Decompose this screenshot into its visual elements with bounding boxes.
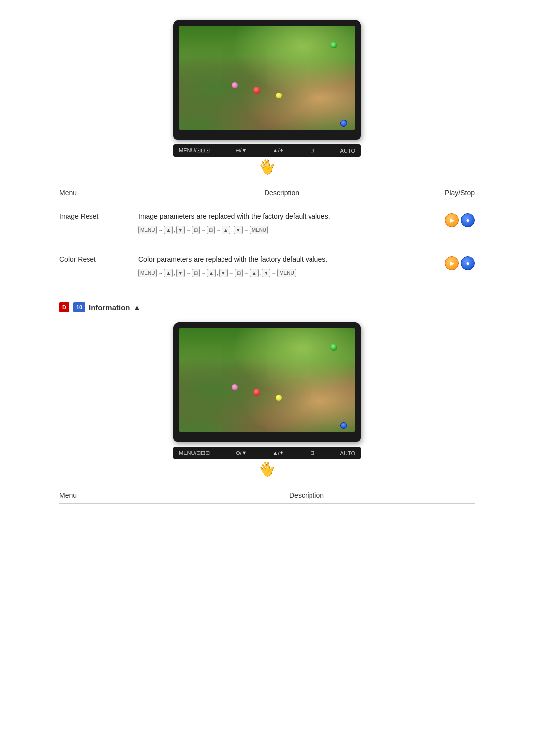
feature-table: Menu Description Play/Stop Image Reset I… xyxy=(59,185,475,287)
control-up-bright: ▲/✦ xyxy=(273,147,284,154)
desc-text-color-reset: Color parameters are replaced with the f… xyxy=(138,254,425,265)
monitor-screen-2 xyxy=(179,328,355,432)
col-header-menu: Menu xyxy=(59,189,138,197)
menu-item-color-reset: Color Reset xyxy=(59,254,138,263)
control-auto-2: AUTO xyxy=(340,450,355,456)
control-input-2: ⊡ xyxy=(310,450,314,456)
monitor-body-2 xyxy=(173,322,361,442)
balloon-green-1 xyxy=(330,42,337,48)
play-button-image-reset[interactable]: ▶ xyxy=(445,213,459,227)
col-header-description: Description xyxy=(138,189,425,197)
path-key-menu-end-2: MENU xyxy=(277,269,296,277)
control-bar-1: MENU/⊡⊡⊡ ⊕/▼ ▲/✦ ⊡ AUTO xyxy=(173,144,361,157)
table-row-color-reset: Color Reset Color parameters are replace… xyxy=(59,244,475,287)
path-key-down-1: ▼ xyxy=(176,226,185,234)
monitor-screen-1 xyxy=(179,26,355,130)
path-key-up-1b: ▲ xyxy=(222,226,230,234)
path-key-down-2b: ▼ xyxy=(219,269,228,277)
bottom-col-header-menu: Menu xyxy=(59,491,138,499)
information-section: D 10 Information ▲ xyxy=(59,302,475,312)
control-adjust-2: ⊕/▼ xyxy=(236,450,247,456)
table-row-image-reset: Image Reset Image parameters are replace… xyxy=(59,201,475,244)
path-key-menu-1: MENU xyxy=(138,226,157,234)
path-key-enter-1a: ⊡ xyxy=(192,226,200,234)
information-label: Information xyxy=(89,303,130,312)
stop-button-color-reset[interactable]: ● xyxy=(461,256,475,270)
hand-cursor-wrapper-1: 🖐 xyxy=(30,159,504,175)
hand-cursor-icon-1: 🖐 xyxy=(256,156,278,178)
hand-cursor-icon-2: 🖐 xyxy=(256,459,278,480)
balloon-yellow-2 xyxy=(276,395,282,401)
info-icon-red: D xyxy=(59,302,69,312)
power-indicator-2 xyxy=(340,422,347,429)
control-up-bright-2: ▲/✦ xyxy=(273,450,284,456)
balloon-red-2 xyxy=(253,389,260,396)
desc-text-image-reset: Image parameters are replaced with the f… xyxy=(138,211,425,222)
path-key-up-2c: ▲ xyxy=(250,269,259,277)
menu-item-image-reset: Image Reset xyxy=(59,211,138,220)
desc-path-color-reset: MENU → ▲ , ▼ → ⊡ → ▲ , ▼ → ⊡ → ▲ , ▼ xyxy=(138,269,425,277)
control-menu-label-2: MENU/⊡⊡⊡ xyxy=(179,450,210,456)
balloon-pink-1 xyxy=(232,82,238,88)
monitor-display-2 xyxy=(173,322,361,442)
hand-cursor-wrapper-2: 🖐 xyxy=(259,461,276,477)
info-icon-blue: 10 xyxy=(73,302,85,312)
control-bar-wrapper-2: MENU/⊡⊡⊡ ⊕/▼ ▲/✦ ⊡ AUTO xyxy=(173,447,361,459)
path-key-enter-2b: ⊡ xyxy=(235,269,243,277)
path-key-dw-1b: ▼ xyxy=(234,226,243,234)
bottom-table: Menu Description xyxy=(59,487,475,504)
col-header-playstop: Play/Stop xyxy=(425,189,475,197)
control-bar-wrapper-1: MENU/⊡⊡⊡ ⊕/▼ ▲/✦ ⊡ AUTO xyxy=(30,144,504,157)
path-key-down-2a: ▼ xyxy=(176,269,185,277)
path-key-menu-2: MENU xyxy=(138,269,157,277)
monitor-display-1 xyxy=(30,20,504,140)
playstop-image-reset: ▶ ● xyxy=(425,211,475,227)
balloon-yellow-1 xyxy=(276,93,282,98)
info-arrow-up-icon: ▲ xyxy=(134,303,141,311)
bottom-table-header: Menu Description xyxy=(59,487,475,504)
balloon-green-2 xyxy=(330,344,337,351)
path-key-updown-1: ▲ xyxy=(164,226,173,234)
desc-image-reset: Image parameters are replaced with the f… xyxy=(138,211,425,234)
path-key-down-2c: ▼ xyxy=(262,269,270,277)
control-bar-2: MENU/⊡⊡⊡ ⊕/▼ ▲/✦ ⊡ AUTO xyxy=(173,447,361,459)
path-key-enter-2a: ⊡ xyxy=(192,269,200,277)
play-button-color-reset[interactable]: ▶ xyxy=(445,256,459,270)
path-key-menu-end-1: MENU xyxy=(250,226,268,234)
monitor-body-1 xyxy=(173,20,361,140)
path-key-up-2b: ▲ xyxy=(207,269,216,277)
bottom-col-header-description: Description xyxy=(138,491,475,499)
balloon-pink-2 xyxy=(232,384,238,390)
path-key-up-2a: ▲ xyxy=(164,269,173,277)
table-header: Menu Description Play/Stop xyxy=(59,185,475,201)
control-auto: AUTO xyxy=(340,148,355,154)
desc-path-image-reset: MENU → ▲ , ▼ → ⊡ → ⊡ → ▲ , ▼ → MENU xyxy=(138,226,425,234)
power-indicator-1 xyxy=(340,120,347,127)
control-input: ⊡ xyxy=(310,147,314,154)
stop-button-image-reset[interactable]: ● xyxy=(461,213,475,227)
playstop-color-reset: ▶ ● xyxy=(425,254,475,270)
second-monitor-section: MENU/⊡⊡⊡ ⊕/▼ ▲/✦ ⊡ AUTO 🖐 xyxy=(30,322,504,487)
path-key-enter-1b: ⊡ xyxy=(207,226,215,234)
control-adjust: ⊕/▼ xyxy=(236,147,247,154)
desc-color-reset: Color parameters are replaced with the f… xyxy=(138,254,425,277)
balloon-red-1 xyxy=(253,87,260,94)
control-menu-label: MENU/⊡⊡⊡ xyxy=(179,147,210,154)
